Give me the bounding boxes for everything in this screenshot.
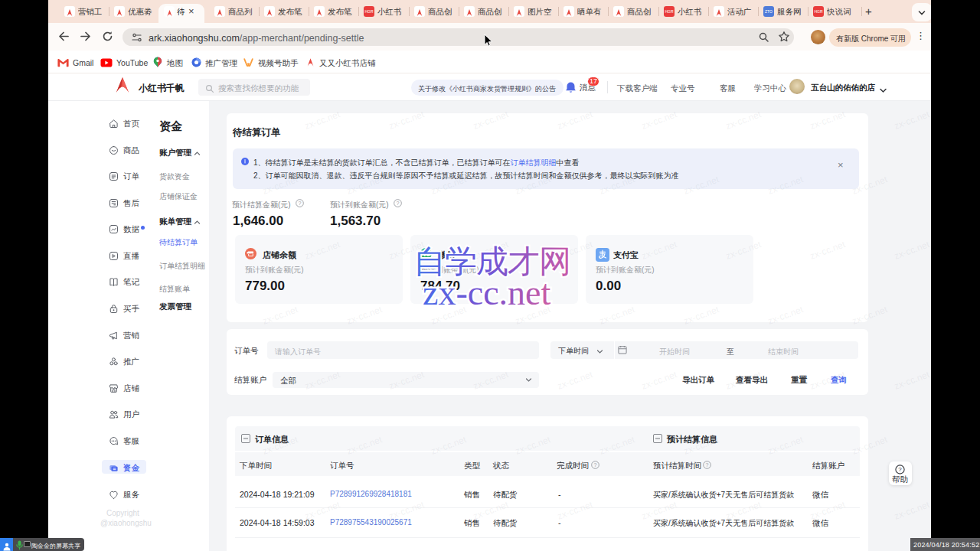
svg-text:?: ?	[898, 466, 902, 473]
svg-text:?: ?	[594, 461, 597, 468]
svg-text:?: ?	[706, 461, 709, 468]
svg-text:?: ?	[299, 200, 302, 207]
svg-text:zx-cc.net: zx-cc.net	[423, 273, 550, 312]
svg-text:?: ?	[397, 200, 400, 207]
